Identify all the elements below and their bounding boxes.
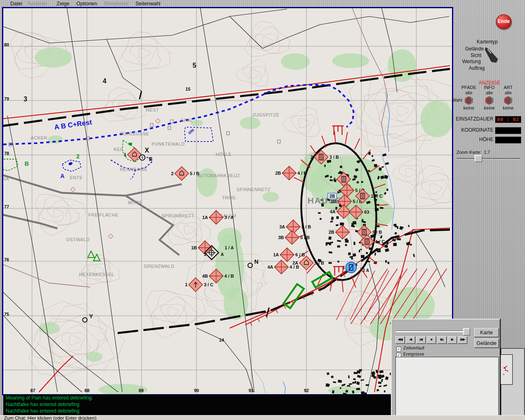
info-knob[interactable] xyxy=(484,96,494,105)
menu-datei[interactable]: Datei xyxy=(10,1,22,7)
zoom-slider-thumb[interactable] xyxy=(475,155,482,162)
unit-label-left: 4A xyxy=(267,265,273,269)
display-label-höhe: HÖHE xyxy=(451,137,493,142)
unit-label-right: 1 / C xyxy=(375,239,385,244)
unit-label-left: 1 xyxy=(124,152,126,157)
zoom-karte-value: 1.7 xyxy=(484,150,490,155)
ende-button[interactable]: Ende xyxy=(496,14,511,29)
kartentyp-option-gelände[interactable]: Gelände xyxy=(465,46,484,52)
svg-text:B: B xyxy=(149,156,153,162)
menu-optionen[interactable]: Optionen xyxy=(76,1,97,7)
map-letter-B: B xyxy=(25,160,29,167)
svg-text:5: 5 xyxy=(141,155,143,160)
unit-label-left: 1 xyxy=(185,282,187,287)
menu-auslser: Auslöser xyxy=(27,1,47,7)
place-label-mitte: MITTE xyxy=(128,200,143,205)
info-keine-label: keine xyxy=(482,105,497,110)
grid-x-91: 91 xyxy=(249,388,253,393)
playback-play-reverse-button[interactable]: ◀ xyxy=(406,336,415,344)
map-letter-2: 2 xyxy=(76,153,80,160)
pfade-keine-label: keine xyxy=(461,105,476,110)
grid-x-90: 90 xyxy=(194,388,199,393)
menu-bar: DateiAuslöserZeigeOptionenTeilnehmer:Sei… xyxy=(0,0,525,7)
svg-text:A: A xyxy=(221,252,224,257)
unit-label-right: 6 / B xyxy=(295,252,305,257)
blue-unit-marker[interactable] xyxy=(346,262,356,273)
place-label-rennbahn: RENNBAHN xyxy=(120,167,147,172)
timeline-slider-track[interactable] xyxy=(396,331,469,332)
event-list[interactable] xyxy=(395,357,499,420)
tactical-map[interactable]: ACKERSCHLEUSSEPUNKTEWALDKEILRENNBAHNENTE… xyxy=(3,8,452,394)
map-letter-A: A xyxy=(60,173,64,179)
menu-seitenwahl[interactable]: Seitenwahl xyxy=(135,1,160,7)
unit-label-left: 3A xyxy=(279,224,285,229)
anzeige-col-info: INFO xyxy=(482,85,497,90)
place-label-acker: ACKER xyxy=(31,135,47,140)
pfade-knob[interactable] xyxy=(464,96,474,105)
place-label-zugspitze: ZUGSPITZE xyxy=(252,112,279,117)
display-value-höhe xyxy=(495,137,521,144)
map-number-3: 3 xyxy=(24,96,27,103)
place-label-hölle: HÖLLE xyxy=(216,152,232,157)
place-label-schleusse: SCHLEUSSE xyxy=(120,131,149,136)
unit-label-left: 1B xyxy=(191,245,197,250)
playback-stop-button[interactable]: ■ xyxy=(427,336,436,344)
mini-map-preview xyxy=(500,354,513,385)
unit-label-right: 3 / C xyxy=(204,282,213,287)
playback-fast-forward-button[interactable]: ▶▶ xyxy=(458,336,467,344)
unit-label-right: 11 / C xyxy=(371,194,383,199)
svg-text:2 A: 2 A xyxy=(363,268,369,273)
chat-status-bar[interactable]: Zum Chat: Hier klicken (oder Enter drück… xyxy=(0,415,525,420)
view-button-karte[interactable]: Karte xyxy=(474,328,499,337)
unit-label-right: 5 / B xyxy=(315,260,324,265)
unit-label-right: 5 / B xyxy=(300,235,310,240)
unit-label-right: 3 / A xyxy=(224,215,234,220)
svg-text:2B: 2B xyxy=(330,194,335,199)
unit-label-right: 3 / B xyxy=(329,155,339,160)
place-label-ostwald: OSTWALD xyxy=(66,237,90,242)
x-marker: X xyxy=(145,147,149,154)
unit-label-left: 1A xyxy=(273,252,279,257)
svg-text:1 / A: 1 / A xyxy=(225,245,234,250)
unit-label-left: 4A xyxy=(330,209,336,214)
art-knob[interactable] xyxy=(503,96,513,105)
checkbox-zeitverlauf[interactable]: ✓Zeitverlauf xyxy=(396,345,424,352)
chat-message: Nachtfalke has entered debriefing. xyxy=(6,408,391,414)
place-label-ente: ENTE xyxy=(70,175,82,180)
playback-play-button[interactable]: ▶ xyxy=(447,336,457,344)
map-number-15: 15 xyxy=(185,87,190,91)
display-label-einsatzdauer: EINSATZDAUER xyxy=(451,116,493,122)
map-number-5: 5 xyxy=(193,62,196,69)
place-label-spinnennetz: SPINNENNETZ xyxy=(236,187,270,192)
anzeige-col-art: ART xyxy=(501,85,516,90)
unit-label-right: 5 / B xyxy=(190,171,199,176)
kartentyp-option-wertung[interactable]: Wertung xyxy=(462,59,481,64)
anzeige-col-pfade: PFADE xyxy=(461,85,476,90)
place-label-trog: TROG xyxy=(222,195,236,200)
kartentyp-option-sicht[interactable]: Sicht xyxy=(470,52,482,58)
display-value-einsatzdauer: 80 : 02 xyxy=(495,116,521,123)
zeitverlauf-checkbox-box[interactable]: ✓ xyxy=(396,347,401,352)
unit-label-right: 4 / B xyxy=(297,171,307,176)
kartentyp-option-auftrag[interactable]: Auftrag xyxy=(469,65,485,71)
unit-label-left: 2 xyxy=(310,155,313,160)
wahl-label: Wahl xyxy=(452,98,462,103)
playback-rewind-button[interactable]: ◀◀ xyxy=(395,336,405,344)
menu-zeige[interactable]: Zeige xyxy=(57,1,69,7)
chat-message: Meaning of Pain has entered debriefing. xyxy=(6,395,391,401)
place-label-hexenkessel: HEXENKESSEL xyxy=(79,272,114,277)
chat-message: Nachtfalke has entered debriefing. xyxy=(6,402,391,408)
unit-label-left: 2 xyxy=(171,171,173,176)
playback-window: ◀◀◀|◀■▶|▶▶▶ ✓Zeitverlauf✓Ereignisse Kart… xyxy=(391,319,500,420)
zoom-slider-track[interactable] xyxy=(457,158,520,160)
grid-y-77: 77 xyxy=(4,204,9,209)
playback-step-forward-button[interactable]: ▶| xyxy=(437,336,447,344)
unit-label-left: 4 xyxy=(333,177,336,182)
place-label-saal: SAAL xyxy=(180,118,193,123)
place-label-ha: HA xyxy=(3,176,9,181)
timeline-slider-thumb[interactable] xyxy=(463,328,470,336)
playback-step-back-button[interactable]: |◀ xyxy=(416,336,426,344)
view-button-gelande[interactable]: Gelände xyxy=(474,339,499,348)
unit-label-left: 2B xyxy=(329,230,334,235)
display-label-koordinate: KOORDINATE xyxy=(451,127,493,133)
